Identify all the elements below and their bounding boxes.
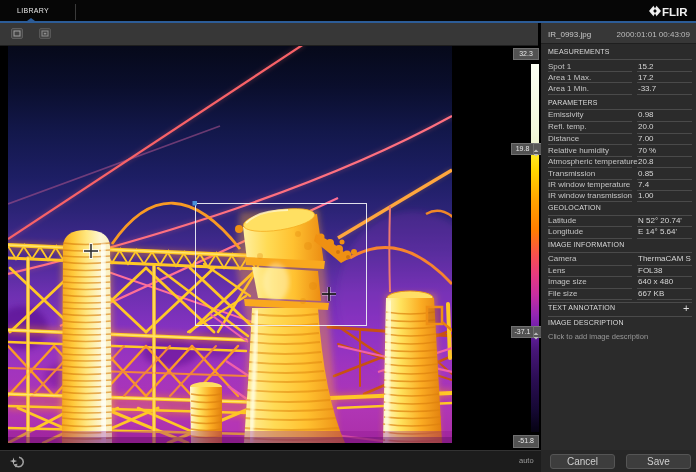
svg-text:FLIR: FLIR — [662, 6, 688, 18]
